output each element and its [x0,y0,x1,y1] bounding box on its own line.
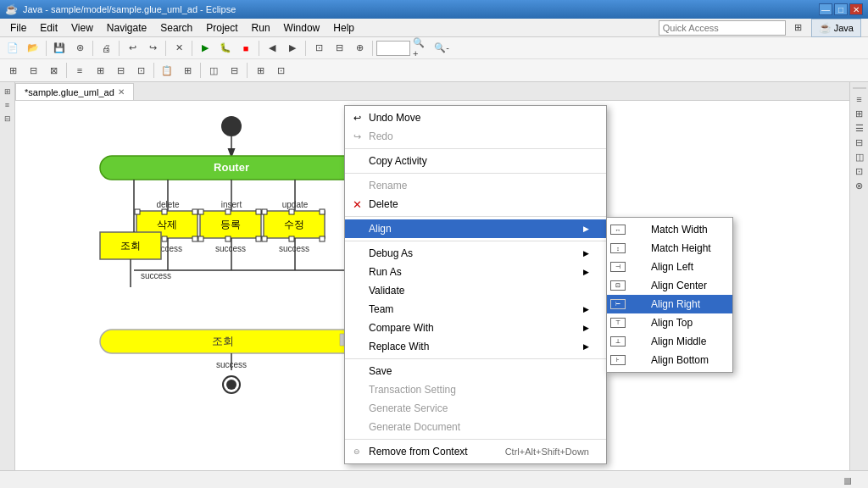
zoom-out-button[interactable]: 🔍- [432,39,451,58]
quick-access-input[interactable] [659,20,786,36]
save-button[interactable]: 💾 [50,39,69,58]
menu-run[interactable]: Run [245,20,277,36]
tb2-btn12[interactable]: ⊞ [251,61,270,80]
resize-handle[interactable] [844,478,851,485]
sep-3 [345,216,606,217]
canvas-area[interactable]: Router delete insert update find [15,101,849,470]
sidebar-icon-2[interactable]: ≡ [2,99,14,111]
tb2-btn11[interactable]: ⊟ [225,61,243,80]
ctx-compare-with[interactable]: Compare With [345,319,606,337]
menu-help[interactable]: Help [326,20,361,36]
ctx-compare-label: Compare With [369,322,434,334]
delete-button[interactable]: ✕ [170,39,188,58]
tb2-btn1[interactable]: ⊞ [3,61,22,80]
right-icon-5[interactable]: ◫ [854,151,865,163]
right-icon-1[interactable]: ≡ [854,93,865,105]
handle-tl-2 [198,209,203,214]
zoom-input[interactable]: 100% [376,41,410,56]
ctx-copy-activity[interactable]: Copy Activity [345,152,606,170]
ctx-run-as[interactable]: Run As [345,263,606,281]
java-perspective-button[interactable]: ☕ Java [811,19,861,37]
ctx-align-center[interactable]: ⊡ Align Center [607,276,732,295]
tab-label: *sample.glue_uml_ad [25,87,114,97]
menu-bar: File Edit View Navigate Search Project R… [0,19,868,37]
tb2-btn10[interactable]: ◫ [204,61,223,80]
align-middle-icon: ⊥ [610,336,626,347]
menu-search[interactable]: Search [153,20,199,36]
ctx-align-bottom[interactable]: ⊦ Align Bottom [607,351,732,369]
ctx-transaction-setting[interactable]: Transaction Setting [345,380,606,399]
misc-btn-3[interactable]: ⊕ [350,39,369,58]
menu-file[interactable]: File [3,20,33,36]
ctx-rename[interactable]: Rename [345,176,606,195]
minimize-button[interactable]: — [819,3,832,15]
tb2-btn3[interactable]: ⊠ [44,61,63,80]
ctx-align-top[interactable]: ⊤ Align Top [607,313,732,332]
ctx-undo-move[interactable]: ↩ Undo Move [345,108,606,127]
menu-edit[interactable]: Edit [33,20,64,36]
menu-window[interactable]: Window [277,20,327,36]
handle-bm-3 [289,236,294,241]
ctx-align[interactable]: Align ↔ Match Width ↕ Match Height ⊣ [345,219,606,238]
zoom-in-button[interactable]: 🔍+ [412,39,431,58]
menu-navigate[interactable]: Navigate [100,20,153,36]
tab-close-button[interactable]: ✕ [118,87,125,97]
menu-view[interactable]: View [64,20,100,36]
ctx-team[interactable]: Team [345,300,606,319]
menu-project[interactable]: Project [199,20,244,36]
tb2-btn5[interactable]: ⊞ [91,61,109,80]
ctx-redo[interactable]: ↪ Redo [345,127,606,146]
debug-button[interactable]: 🐛 [216,39,235,58]
run-button[interactable]: ▶ [196,39,214,58]
new-button[interactable]: 📄 [3,39,22,58]
open-button[interactable]: 📂 [24,39,42,58]
ctx-remove-from-context[interactable]: ⊖ Remove from Context Ctrl+Alt+Shift+Dow… [345,442,606,461]
nav-back-button[interactable]: ◀ [263,39,281,58]
tab-uml[interactable]: *sample.glue_uml_ad ✕ [15,83,134,100]
sep-12 [247,63,248,78]
ctx-replace-with[interactable]: Replace With [345,337,606,356]
ctx-align-right[interactable]: ⊢ Align Right [607,295,732,313]
ctx-generate-service[interactable]: Generate Service [345,399,606,418]
tb2-btn8[interactable]: 📋 [158,61,176,80]
right-icon-4[interactable]: ⊟ [854,136,865,148]
print-button[interactable]: 🖨 [97,39,115,58]
tb2-btn4[interactable]: ≡ [70,61,89,80]
handle-br-2 [256,236,261,241]
perspective-label: Java [834,23,854,33]
misc-btn-2[interactable]: ⊟ [330,39,348,58]
ctx-match-width[interactable]: ↔ Match Width [607,220,732,239]
left-sidebar: ⊞ ≡ ⊟ [0,82,15,470]
nav-fwd-button[interactable]: ▶ [283,39,302,58]
undo-button[interactable]: ↩ [123,39,142,58]
tb2-btn13[interactable]: ⊡ [271,61,290,80]
ctx-delete[interactable]: ✕ Delete [345,195,606,214]
save-all-button[interactable]: ⊛ [70,39,89,58]
sidebar-icon-3[interactable]: ⊟ [2,113,14,125]
window-title: Java - sample/model/sample.glue_uml_ad -… [23,4,236,14]
tb2-btn7[interactable]: ⊡ [131,61,150,80]
ctx-debug-as[interactable]: Debug As [345,244,606,263]
misc-btn-1[interactable]: ⊡ [309,39,328,58]
ctx-generate-document[interactable]: Generate Document [345,418,606,436]
right-icon-3[interactable]: ☰ [854,122,865,134]
close-button[interactable]: ✕ [849,3,863,15]
ctx-match-height[interactable]: ↕ Match Height [607,239,732,258]
ctx-align-left[interactable]: ⊣ Align Left [607,258,732,276]
ctx-copy-label: Copy Activity [369,155,427,167]
sidebar-icon-1[interactable]: ⊞ [2,86,14,97]
right-icon-7[interactable]: ⊗ [854,180,865,191]
ctx-validate[interactable]: Validate [345,281,606,300]
right-icon-6[interactable]: ⊡ [854,165,865,177]
redo-button[interactable]: ↪ [143,39,162,58]
ctx-save[interactable]: Save [345,362,606,380]
tb2-btn6[interactable]: ⊟ [111,61,130,80]
ctx-align-middle[interactable]: ⊥ Align Middle [607,332,732,351]
right-icon-2[interactable]: ⊞ [854,108,865,119]
tb2-btn9[interactable]: ⊞ [178,61,197,80]
quick-access-area: ⊞ ☕ Java [659,19,865,37]
tb2-btn2[interactable]: ⊟ [24,61,42,80]
stop-button[interactable]: ■ [236,39,255,58]
perspective-layout-button[interactable]: ⊞ [789,19,808,37]
maximize-button[interactable]: □ [834,3,848,15]
